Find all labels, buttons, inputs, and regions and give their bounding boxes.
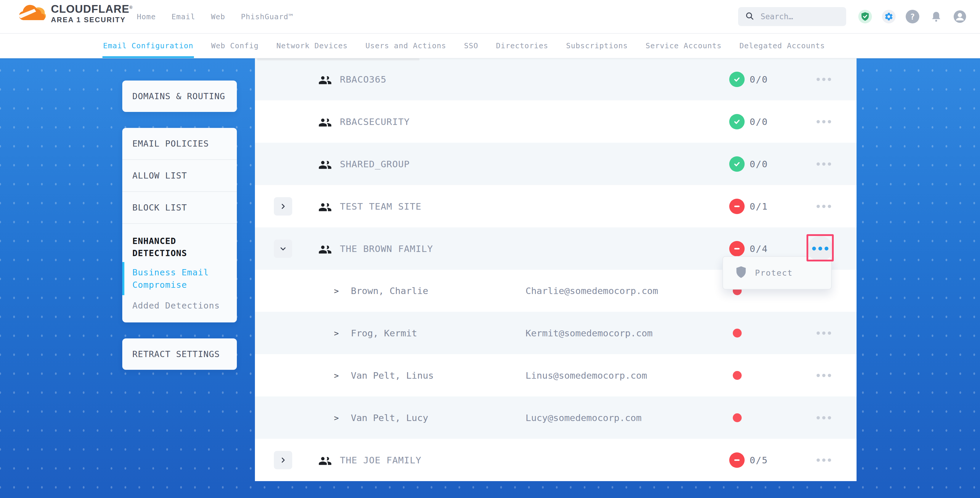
shield-icon: [735, 266, 747, 280]
cloudflare-cloud-icon: [17, 3, 47, 24]
row-context-menu: Protect: [722, 256, 832, 290]
tab-web-config[interactable]: Web Config: [211, 33, 259, 58]
sidebar-item-retract-settings[interactable]: RETRACT SETTINGS: [122, 339, 237, 370]
table-row-rbaco365[interactable]: RBACO3650/0: [255, 58, 856, 100]
group-name: THE BROWN FAMILY: [340, 243, 433, 254]
group-name: SHARED_GROUP: [340, 159, 410, 169]
member-name: Van Pelt, Linus: [351, 370, 434, 381]
table-row-van-pelt-linus[interactable]: >Van Pelt, LinusLinus@somedemocorp.com: [255, 354, 856, 396]
row-menu-van-pelt-lucy[interactable]: [815, 413, 832, 422]
brand-registered-mark: ®: [129, 5, 133, 10]
table-row-frog-kermit[interactable]: >Frog, KermitKermit@somedemocorp.com: [255, 312, 856, 354]
status-blocked-badge: [729, 452, 745, 468]
sidebar-card-domains-routing: DOMAINS & ROUTING: [122, 81, 237, 112]
member-name: Brown, Charlie: [351, 285, 428, 296]
protection-count: 0/0: [750, 159, 768, 169]
help-glyph: ?: [910, 12, 915, 21]
account-icon[interactable]: [953, 10, 967, 23]
sidebar-item-added-detections[interactable]: Added Detections: [122, 296, 237, 323]
chevron-right-icon: [280, 457, 286, 463]
tab-service-accounts[interactable]: Service Accounts: [646, 33, 722, 58]
row-menu-test-team-site[interactable]: [815, 202, 832, 211]
group-name: TEST TEAM SITE: [340, 201, 421, 212]
member-chevron-right-icon[interactable]: >: [334, 371, 339, 380]
tab-directories[interactable]: Directories: [496, 33, 548, 58]
row-menu-shared-group[interactable]: [815, 159, 832, 169]
status-ok-badge: [729, 114, 745, 129]
row-menu-the-brown-family[interactable]: [807, 236, 833, 261]
horizontal-scrollbar-thumb[interactable]: [257, 58, 420, 60]
protection-count: 0/1: [750, 201, 768, 212]
search-input[interactable]: [760, 12, 835, 21]
topnav-link-email[interactable]: Email: [172, 13, 195, 21]
status-blocked-badge: [729, 199, 745, 214]
secondary-navigation: Email ConfigurationWeb ConfigNetwork Dev…: [0, 33, 980, 58]
tab-users-and-actions[interactable]: Users and Actions: [365, 33, 446, 58]
collapse-button-the-brown-family[interactable]: [274, 240, 292, 258]
member-email: Linus@somedemocorp.com: [525, 370, 647, 381]
sidebar-card-email-policies: EMAIL POLICIESALLOW LISTBLOCK LISTENHANC…: [122, 128, 237, 323]
member-name: Frog, Kermit: [351, 328, 417, 339]
member-email: Kermit@somedemocorp.com: [525, 328, 652, 339]
member-status-dot-red: [733, 329, 742, 337]
member-status-dot-red: [733, 371, 742, 380]
status-blocked-badge: [729, 241, 745, 256]
top-header: CLOUDFLARE® AREA 1 SECURITY HomeEmailWeb…: [0, 0, 980, 34]
table-row-van-pelt-lucy[interactable]: >Van Pelt, LucyLucy@somedemocorp.com: [255, 396, 856, 439]
row-menu-the-joe-family[interactable]: [815, 455, 832, 465]
status-ok-badge: [729, 156, 745, 172]
table-row-the-joe-family[interactable]: THE JOE FAMILY0/5: [255, 439, 856, 481]
chevron-right-icon: [280, 203, 286, 210]
help-icon[interactable]: ?: [906, 10, 919, 23]
group-name: THE JOE FAMILY: [340, 455, 421, 465]
expand-button-the-joe-family[interactable]: [274, 451, 292, 469]
row-menu-frog-kermit[interactable]: [815, 328, 832, 337]
sidebar-item-block-list[interactable]: BLOCK LIST: [122, 192, 237, 223]
tab-subscriptions[interactable]: Subscriptions: [566, 33, 628, 58]
expand-button-test-team-site[interactable]: [274, 197, 292, 216]
brand-subtitle: AREA 1 SECURITY: [51, 16, 133, 24]
cloudflare-logo[interactable]: CLOUDFLARE® AREA 1 SECURITY: [17, 3, 133, 24]
search-bar[interactable]: [738, 7, 846, 26]
member-email: Charlie@somedemocorp.com: [525, 285, 658, 296]
sidebar-item-domains-routing[interactable]: DOMAINS & ROUTING: [122, 81, 237, 112]
brand-title: CLOUDFLARE®: [51, 3, 133, 16]
shield-check-icon[interactable]: [858, 10, 872, 23]
notifications-bell-icon[interactable]: [929, 10, 943, 23]
sidebar-item-email-policies[interactable]: EMAIL POLICIES: [122, 128, 237, 159]
status-ok-badge: [729, 72, 745, 87]
sidebar-item-enhanced-detections: ENHANCED DETECTIONS: [122, 224, 237, 261]
settings-gear-icon[interactable]: [882, 10, 896, 23]
member-chevron-right-icon[interactable]: >: [334, 413, 339, 422]
topnav-link-web[interactable]: Web: [211, 13, 225, 21]
member-email: Lucy@somedemocorp.com: [525, 412, 641, 423]
tab-network-devices[interactable]: Network Devices: [277, 33, 348, 58]
topnav-link-home[interactable]: Home: [137, 13, 156, 21]
member-chevron-right-icon[interactable]: >: [334, 328, 339, 337]
member-chevron-right-icon[interactable]: >: [334, 286, 339, 296]
search-icon: [745, 11, 754, 22]
header-status-icons: ?: [858, 10, 967, 23]
sidebar-item-allow-list[interactable]: ALLOW LIST: [122, 160, 237, 191]
protection-count: 0/4: [750, 243, 768, 254]
table-row-rbacsecurity[interactable]: RBACSECURITY0/0: [255, 100, 856, 143]
tab-sso[interactable]: SSO: [464, 33, 478, 58]
table-row-shared-group[interactable]: SHARED_GROUP0/0: [255, 143, 856, 185]
topnav-link-phishguard[interactable]: PhishGuard™: [241, 13, 293, 21]
protection-count: 0/0: [750, 116, 768, 127]
tab-delegated-accounts[interactable]: Delegated Accounts: [739, 33, 825, 58]
top-navigation: HomeEmailWebPhishGuard™: [137, 0, 293, 33]
group-name: RBACSECURITY: [340, 116, 410, 127]
table-row-test-team-site[interactable]: TEST TEAM SITE0/1: [255, 185, 856, 228]
protection-count: 0/0: [750, 74, 768, 85]
group-name: RBACO365: [340, 74, 387, 85]
row-menu-van-pelt-linus[interactable]: [815, 371, 832, 380]
menu-item-protect[interactable]: Protect: [755, 268, 793, 277]
tab-email-configuration[interactable]: Email Configuration: [103, 33, 193, 58]
protection-count: 0/5: [750, 455, 768, 465]
chevron-down-icon: [280, 245, 286, 252]
row-menu-rbaco365[interactable]: [815, 75, 832, 84]
member-name: Van Pelt, Lucy: [351, 412, 428, 423]
sidebar-item-business-email-compromise[interactable]: Business Email Compromise: [122, 261, 237, 296]
row-menu-rbacsecurity[interactable]: [815, 117, 832, 126]
